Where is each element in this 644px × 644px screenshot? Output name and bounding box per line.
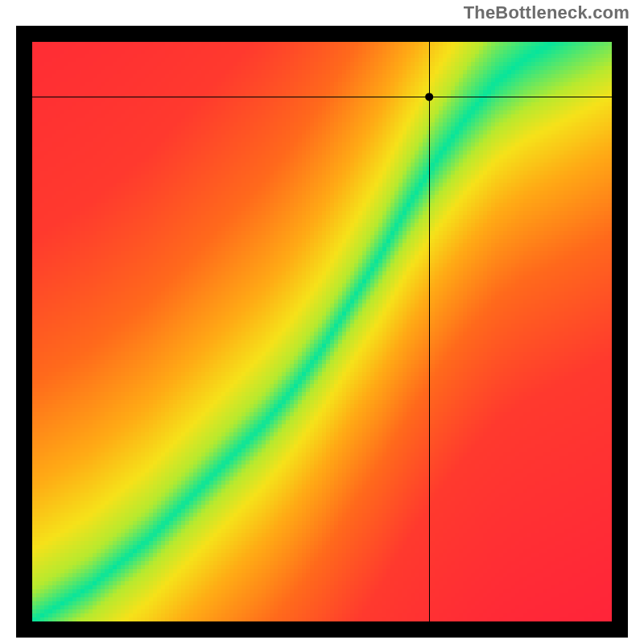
watermark-text: TheBottleneck.com: [464, 2, 630, 23]
chart-stage: TheBottleneck.com: [0, 0, 644, 644]
heatmap-canvas: [32, 42, 612, 621]
